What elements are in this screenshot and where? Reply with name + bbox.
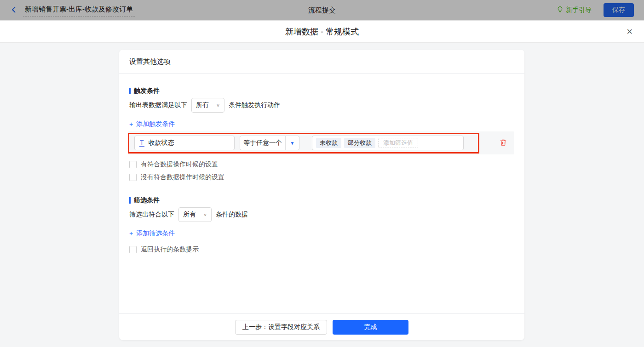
section-marker — [129, 88, 131, 94]
add-trigger-condition-label: 添加触发条件 — [136, 120, 175, 128]
value-tag: 部分收款 — [344, 138, 375, 148]
filter-match-mode-select[interactable]: 所有 ∨ — [178, 207, 212, 222]
checkbox-row-no-match: 没有符合数据操作时候的设置 — [129, 173, 514, 182]
save-button[interactable]: 保存 — [604, 3, 634, 17]
chevron-down-icon: ∨ — [203, 212, 207, 217]
plus-icon: + — [129, 120, 133, 128]
trash-icon — [500, 139, 507, 148]
top-bar: 新增销售开票-出库-收款及修改订单 流程提交 新手引导 保存 — [0, 0, 644, 21]
trigger-sentence-suffix: 条件触发执行动作 — [229, 101, 280, 109]
checkbox-has-match[interactable] — [129, 161, 137, 168]
section-filter-conditions: 筛选条件 — [129, 196, 514, 205]
checkbox-row-count-hint: 返回执行的条数提示 — [129, 245, 514, 254]
trigger-match-mode-value: 所有 — [196, 101, 209, 109]
condition-field-select[interactable]: T 收款状态 — [134, 136, 235, 150]
checkbox-has-match-label: 有符合数据操作时候的设置 — [141, 160, 218, 169]
condition-operator-value: 等于任意一个 — [240, 136, 286, 150]
modal-title: 新增数据 - 常规模式 — [285, 26, 359, 37]
close-icon[interactable]: × — [627, 27, 632, 37]
add-filter-condition-link[interactable]: + 添加筛选条件 — [129, 229, 175, 238]
section-trigger-conditions: 触发条件 — [129, 87, 514, 95]
panel-body: 触发条件 输出表数据满足以下 所有 ∨ 条件触发执行动作 + 添加触发条件 T — [119, 87, 524, 254]
section-marker — [129, 197, 131, 204]
filter-match-sentence: 筛选出符合以下 所有 ∨ 条件的数据 — [129, 207, 514, 222]
checkbox-no-match-label: 没有符合数据操作时候的设置 — [141, 173, 224, 182]
chevron-down-icon: ∨ — [216, 103, 220, 108]
settings-panel: 设置其他选项 触发条件 输出表数据满足以下 所有 ∨ 条件触发执行动作 + 添加… — [119, 50, 524, 340]
beginner-guide-link[interactable]: 新手引导 — [557, 6, 592, 14]
panel-title: 设置其他选项 — [119, 50, 524, 74]
previous-step-button[interactable]: 上一步：设置字段对应关系 — [235, 320, 327, 335]
checkbox-row-count-label: 返回执行的条数提示 — [141, 245, 199, 254]
condition-field-value: 收款状态 — [149, 139, 174, 147]
checkbox-row-count[interactable] — [129, 246, 137, 253]
done-button[interactable]: 完成 — [333, 320, 408, 335]
add-trigger-condition-link[interactable]: + 添加触发条件 — [129, 119, 175, 129]
add-value-placeholder[interactable]: 添加筛选值 — [378, 138, 418, 148]
caret-down-icon: ▼ — [286, 136, 299, 150]
page-title: 流程提交 — [0, 6, 644, 15]
value-tag: 未收款 — [316, 138, 341, 148]
filter-sentence-prefix: 筛选出符合以下 — [129, 210, 174, 219]
filter-sentence-suffix: 条件的数据 — [216, 210, 248, 219]
checkbox-no-match[interactable] — [129, 174, 137, 181]
trigger-match-mode-select[interactable]: 所有 ∨ — [191, 98, 224, 113]
plus-icon: + — [129, 230, 133, 237]
filter-match-mode-value: 所有 — [183, 210, 196, 219]
modal-header: 新增数据 - 常规模式 × — [0, 21, 644, 43]
trigger-match-sentence: 输出表数据满足以下 所有 ∨ 条件触发执行动作 — [129, 97, 514, 113]
condition-values-input[interactable]: 未收款 部分收款 添加筛选值 — [312, 136, 464, 150]
beginner-guide-label: 新手引导 — [566, 6, 592, 14]
section-filter-title: 筛选条件 — [134, 196, 160, 205]
checkbox-row-has-match: 有符合数据操作时候的设置 — [129, 160, 514, 169]
screen: 新增销售开票-出库-收款及修改订单 流程提交 新手引导 保存 新增数据 - 常规… — [0, 0, 644, 347]
text-field-type-icon: T — [139, 139, 144, 147]
lightbulb-icon — [557, 6, 564, 14]
trigger-condition-row: T 收款状态 等于任意一个 ▼ 未收款 部分收款 添加筛选值 — [128, 131, 514, 154]
add-filter-condition-label: 添加筛选条件 — [136, 229, 175, 238]
condition-operator-select[interactable]: 等于任意一个 ▼ — [240, 136, 299, 150]
section-trigger-title: 触发条件 — [134, 87, 160, 95]
panel-footer: 上一步：设置字段对应关系 完成 — [119, 313, 524, 340]
delete-condition-button[interactable] — [500, 139, 507, 148]
trigger-sentence-prefix: 输出表数据满足以下 — [129, 101, 187, 109]
